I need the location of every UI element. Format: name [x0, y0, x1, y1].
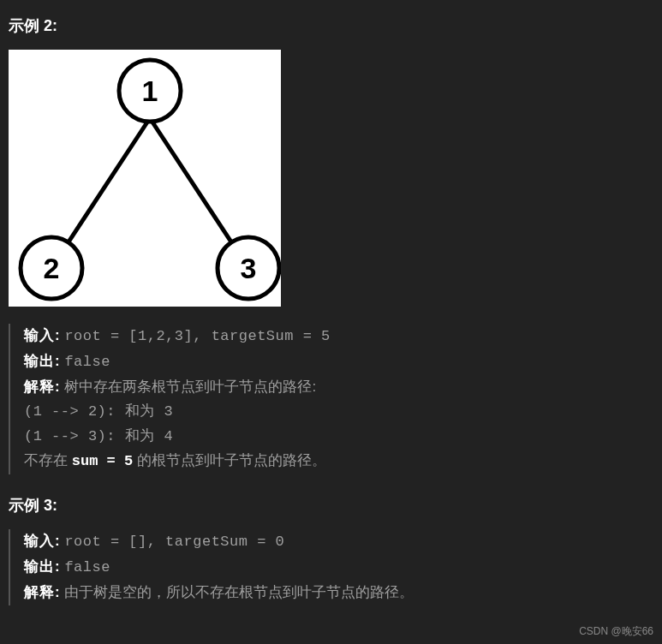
no-exist-row: 不存在 sum = 5 的根节点到叶子节点的路径。 [24, 449, 653, 474]
output-label: 输出: [24, 353, 61, 369]
explain-label: 解释: [24, 379, 61, 395]
node-left-label: 2 [44, 252, 60, 284]
example-3-input-row: 输入: root = [], targetSum = 0 [24, 529, 653, 555]
example-2-block: 输入: root = [1,2,3], targetSum = 5 输出: fa… [9, 324, 653, 474]
node-root-label: 1 [142, 75, 158, 107]
explain-label: 解释: [24, 584, 61, 600]
output-label: 输出: [24, 558, 61, 575]
example-2-input-row: 输入: root = [1,2,3], targetSum = 5 [24, 324, 653, 349]
tree-diagram: 1 2 3 [9, 50, 281, 307]
input-value: root = [1,2,3], targetSum = 5 [64, 328, 330, 344]
example-3-output-row: 输出: false [24, 555, 653, 581]
output-value: false [64, 354, 110, 370]
example-3-heading: 示例 3: [9, 495, 653, 516]
example-2-heading: 示例 2: [9, 15, 653, 36]
explain-intro: 树中存在两条根节点到叶子节点的路径: [64, 379, 316, 395]
output-value: false [64, 559, 110, 575]
input-label: 输入: [24, 533, 61, 549]
no-exist-prefix: 不存在 [24, 452, 72, 468]
example-3-block: 输入: root = [], targetSum = 0 输出: false 解… [9, 529, 653, 605]
input-label: 输入: [24, 327, 61, 343]
node-right-label: 3 [241, 252, 257, 284]
example-2-explain-row: 解释: 树中存在两条根节点到叶子节点的路径: [24, 375, 653, 400]
path-1: (1 --> 2): 和为 3 [24, 400, 653, 425]
input-value: root = [], targetSum = 0 [64, 534, 284, 550]
watermark-text: CSDN @晚安66 [579, 624, 653, 639]
explain-text: 由于树是空的，所以不存在根节点到叶子节点的路径。 [64, 584, 414, 600]
path-2: (1 --> 3): 和为 4 [24, 425, 653, 450]
example-2-output-row: 输出: false [24, 349, 653, 375]
example-3-explain-row: 解释: 由于树是空的，所以不存在根节点到叶子节点的路径。 [24, 581, 653, 605]
no-exist-suffix: 的根节点到叶子节点的路径。 [133, 452, 326, 468]
sum-expr: sum = 5 [72, 453, 133, 469]
